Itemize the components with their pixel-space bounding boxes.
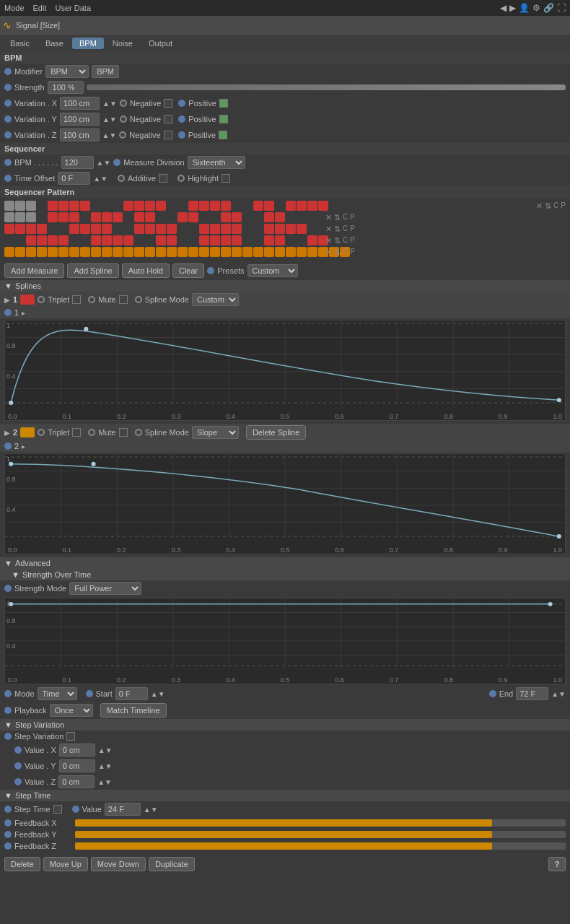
arrow-left-icon[interactable]: ◀ — [500, 3, 507, 13]
strength-over-time-toggle[interactable]: ▼ Strength Over Time — [0, 569, 570, 580]
presets-select[interactable]: Custom — [247, 264, 298, 277]
spline1-color[interactable] — [20, 295, 35, 305]
seq-row3-arrows[interactable]: ⇅ — [334, 225, 341, 234]
step-variation-toggle[interactable]: ▼ Step Variation — [0, 719, 570, 731]
modifier-radio[interactable] — [4, 68, 12, 75]
st-check[interactable] — [53, 805, 62, 814]
value-z-radio[interactable] — [14, 778, 22, 785]
feedback-y-radio[interactable] — [4, 831, 12, 838]
playback-select[interactable]: Once — [50, 704, 93, 717]
seq-row4-x[interactable]: ✕ — [325, 236, 332, 245]
playback-radio[interactable] — [4, 707, 12, 714]
seq-row1-x[interactable]: ✕ — [536, 201, 543, 211]
duplicate-button[interactable]: Duplicate — [149, 857, 195, 871]
tab-noise[interactable]: Noise — [105, 38, 140, 49]
tab-basic[interactable]: Basic — [3, 38, 37, 49]
seq-row2-arrows[interactable]: ⇅ — [334, 213, 341, 222]
seq-row1-p[interactable]: P — [561, 201, 566, 211]
bpm-value[interactable]: 120 — [61, 156, 94, 169]
spline2-color[interactable] — [20, 427, 35, 437]
variation-z-value[interactable]: 100 cm — [60, 128, 100, 141]
feedback-x-bar[interactable] — [75, 819, 566, 827]
tab-bpm[interactable]: BPM — [72, 38, 104, 49]
seq-row5-arrows[interactable]: ⇅ — [334, 248, 341, 257]
variation-y-pos-radio[interactable] — [178, 116, 185, 123]
strength-value[interactable]: 100 % — [48, 81, 84, 94]
negative-y-check[interactable] — [164, 115, 172, 123]
variation-x-pos-radio[interactable] — [178, 100, 185, 107]
measure-division-select[interactable]: Sixteenth — [188, 156, 245, 169]
seq-row5-c[interactable]: C — [343, 248, 348, 257]
match-timeline-button[interactable]: Match Timeline — [100, 703, 167, 718]
person-icon[interactable]: 👤 — [519, 3, 530, 13]
variation-y-radio[interactable] — [4, 116, 12, 123]
spline1-mute-radio[interactable] — [88, 296, 95, 303]
feedback-y-bar[interactable] — [75, 831, 566, 838]
tab-base[interactable]: Base — [38, 38, 71, 49]
value-y-input[interactable]: 0 cm — [59, 759, 95, 772]
bpm-radio[interactable] — [4, 159, 12, 166]
seq-row4-p[interactable]: P — [350, 236, 355, 245]
splines-toggle[interactable]: ▼ Splines — [0, 280, 570, 292]
move-up-button[interactable]: Move Up — [43, 857, 88, 871]
spline2-mute-check[interactable] — [119, 428, 128, 437]
seq-row4-arrows[interactable]: ⇅ — [334, 236, 341, 245]
variation-z-pos-radio[interactable] — [178, 131, 185, 139]
highlight-check[interactable] — [222, 174, 230, 183]
seq-row5-p[interactable]: P — [350, 248, 355, 257]
tab-output[interactable]: Output — [141, 38, 180, 49]
move-down-button[interactable]: Move Down — [91, 857, 146, 871]
st-radio[interactable] — [4, 806, 12, 813]
spline2-expand[interactable]: ▶ — [4, 429, 10, 437]
variation-x-value[interactable]: 100 cm — [60, 97, 100, 110]
start-radio[interactable] — [86, 690, 93, 697]
menu-user-data[interactable]: User Data — [56, 4, 92, 12]
positive-z-check[interactable] — [219, 131, 227, 139]
seq-row4-c[interactable]: C — [343, 236, 348, 245]
seq-row1-arrows[interactable]: ⇅ — [545, 201, 551, 211]
end-value[interactable]: 72 F — [516, 687, 548, 700]
variation-z-neg-radio[interactable] — [119, 131, 126, 139]
spline2-mode-radio[interactable] — [135, 429, 142, 436]
variation-x-radio[interactable] — [4, 100, 12, 107]
end-radio[interactable] — [489, 690, 496, 697]
strength-slider[interactable] — [87, 84, 566, 90]
presets-radio[interactable] — [207, 267, 214, 274]
variation-x-neg-radio[interactable] — [120, 100, 127, 107]
strength-radio[interactable] — [4, 84, 12, 91]
spline1-expand[interactable]: ▶ — [4, 296, 10, 304]
spline2-mute-radio[interactable] — [88, 429, 95, 436]
help-button[interactable]: ? — [548, 857, 566, 871]
spline2-value-radio[interactable] — [4, 443, 12, 450]
value-x-input[interactable]: 0 cm — [59, 744, 95, 757]
seq-row2-c[interactable]: C — [343, 213, 348, 222]
spline2-mode-select[interactable]: Slope — [192, 426, 239, 439]
seq-row2-p[interactable]: P — [350, 213, 355, 222]
spline1-triplet-radio[interactable] — [38, 296, 45, 303]
spline1-mute-check[interactable] — [119, 295, 128, 304]
additive-check[interactable] — [159, 174, 167, 183]
st-value-input[interactable]: 24 F — [105, 803, 141, 816]
add-spline-button[interactable]: Add Spline — [67, 263, 118, 278]
positive-x-check[interactable] — [219, 99, 228, 108]
spline1-triplet-check[interactable] — [72, 295, 81, 304]
advanced-toggle[interactable]: ▼ Advanced — [0, 557, 570, 569]
positive-y-check[interactable] — [219, 115, 228, 123]
negative-x-check[interactable] — [164, 99, 172, 108]
spline1-mode-select[interactable]: Custom — [192, 293, 239, 306]
settings-icon[interactable]: ⚙ — [532, 3, 540, 13]
arrow-right-icon[interactable]: ▶ — [509, 3, 516, 13]
value-y-radio[interactable] — [14, 762, 22, 770]
strength-mode-select[interactable]: Full Power — [69, 582, 141, 595]
menu-mode[interactable]: Mode — [4, 4, 25, 12]
strength-mode-radio[interactable] — [4, 585, 12, 592]
clear-button[interactable]: Clear — [172, 263, 204, 278]
variation-z-radio[interactable] — [4, 131, 12, 139]
sv-check[interactable] — [66, 732, 75, 741]
value-z-input[interactable]: 0 cm — [58, 775, 95, 788]
additive-radio[interactable] — [118, 175, 125, 182]
seq-row3-p[interactable]: P — [350, 225, 355, 234]
time-offset-value[interactable]: 0 F — [58, 172, 90, 185]
spline2-triplet-check[interactable] — [72, 428, 81, 437]
step-time-toggle[interactable]: ▼ Step Time — [0, 790, 570, 801]
